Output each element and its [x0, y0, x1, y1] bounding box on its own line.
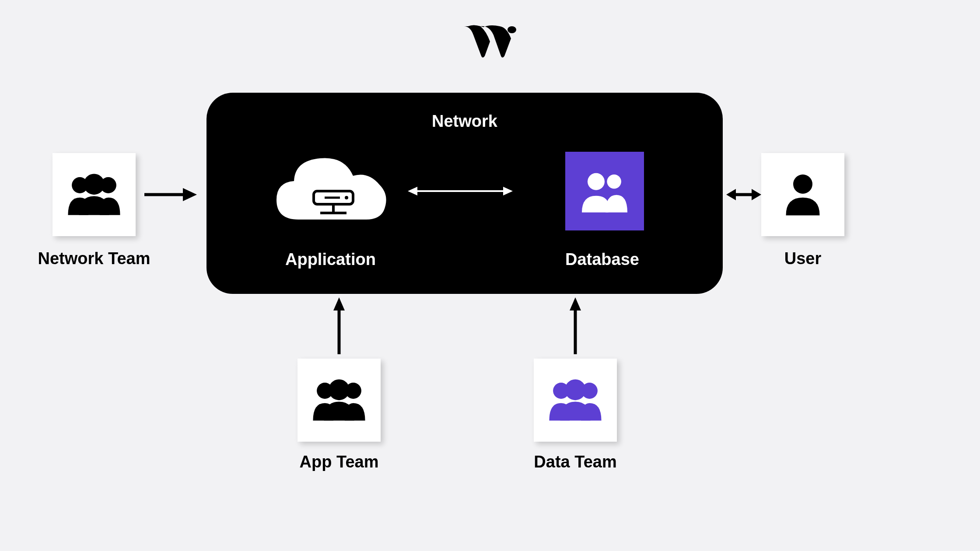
database-icon: [565, 152, 644, 230]
svg-marker-7: [408, 187, 417, 195]
svg-point-27: [565, 380, 586, 401]
svg-point-0: [508, 26, 516, 33]
bidirectional-arrow-icon: [726, 186, 761, 203]
network-container: Network Application Database: [206, 93, 723, 294]
arrow-up-icon: [569, 297, 582, 354]
user-card: [761, 153, 844, 236]
data-team-card: [534, 359, 617, 442]
network-title: Network: [432, 112, 497, 131]
svg-marker-18: [726, 189, 736, 200]
arrow-up-icon: [332, 297, 346, 354]
user-icon: [779, 170, 827, 220]
svg-marker-8: [503, 187, 513, 195]
svg-point-22: [329, 380, 350, 401]
team-group-icon: [311, 375, 368, 425]
app-team-label: App Team: [298, 453, 381, 471]
network-team-card: [52, 153, 136, 236]
svg-point-2: [345, 196, 348, 199]
app-team-card: [298, 359, 381, 442]
team-group-icon: [66, 170, 122, 220]
svg-point-13: [84, 174, 105, 195]
svg-marker-29: [570, 297, 581, 310]
svg-marker-24: [333, 297, 345, 310]
application-cloud-icon: [268, 150, 395, 233]
svg-marker-19: [752, 189, 761, 200]
application-label: Application: [285, 250, 376, 269]
svg-point-16: [793, 174, 812, 194]
svg-point-10: [607, 174, 621, 189]
arrow-right-icon: [144, 186, 197, 203]
network-team-label: Network Team: [31, 249, 158, 268]
bidirectional-arrow-icon: [408, 185, 513, 198]
svg-marker-15: [183, 188, 197, 201]
database-label: Database: [565, 250, 639, 269]
brand-logo-icon: [459, 22, 521, 61]
team-group-icon: [547, 375, 604, 425]
user-label: User: [774, 249, 831, 268]
data-team-label: Data Team: [527, 453, 623, 471]
svg-point-9: [588, 173, 605, 190]
